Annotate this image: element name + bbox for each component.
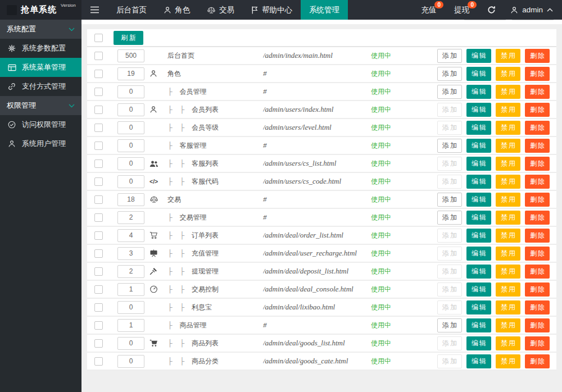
edit-button[interactable]: 编辑 xyxy=(466,103,491,117)
row-checkbox[interactable] xyxy=(94,339,103,348)
sort-input[interactable] xyxy=(117,301,144,314)
disable-button[interactable]: 禁用 xyxy=(496,211,520,225)
sort-input[interactable] xyxy=(117,157,144,170)
sort-input[interactable] xyxy=(117,49,144,62)
disable-button[interactable]: 禁用 xyxy=(496,354,520,368)
add-button[interactable]: 添加 xyxy=(437,211,462,225)
disable-button[interactable]: 禁用 xyxy=(496,282,520,297)
row-checkbox[interactable] xyxy=(94,177,103,186)
row-checkbox[interactable] xyxy=(94,267,103,276)
sort-input[interactable] xyxy=(117,67,144,80)
sort-input[interactable] xyxy=(117,193,144,206)
edit-button[interactable]: 编辑 xyxy=(466,211,491,225)
sort-input[interactable] xyxy=(117,337,144,350)
edit-button[interactable]: 编辑 xyxy=(466,85,491,99)
sidebar-item-2-1[interactable]: 访问权限管理 xyxy=(0,115,81,134)
sort-input[interactable] xyxy=(117,229,144,242)
row-checkbox[interactable] xyxy=(94,70,103,78)
add-button[interactable]: 添加 xyxy=(437,318,462,332)
disable-button[interactable]: 禁用 xyxy=(496,193,520,207)
edit-button[interactable]: 编辑 xyxy=(466,265,491,279)
top-menu-item-5[interactable]: 系统管理 xyxy=(301,0,348,20)
delete-button[interactable]: 删除 xyxy=(525,193,550,207)
delete-button[interactable]: 删除 xyxy=(525,211,550,225)
row-checkbox[interactable] xyxy=(94,88,103,96)
disable-button[interactable]: 禁用 xyxy=(496,318,520,332)
sidebar-item-1-2[interactable]: 系统菜单管理 xyxy=(0,58,81,77)
add-button[interactable]: 添加 xyxy=(437,139,462,153)
disable-button[interactable]: 禁用 xyxy=(496,67,520,81)
delete-button[interactable]: 删除 xyxy=(525,247,550,261)
delete-button[interactable]: 删除 xyxy=(525,85,550,99)
disable-button[interactable]: 禁用 xyxy=(496,247,520,261)
refresh-button[interactable]: 刷新 xyxy=(114,31,143,45)
disable-button[interactable]: 禁用 xyxy=(496,265,520,279)
top-menu-item-2[interactable]: 角色 xyxy=(155,0,198,20)
row-checkbox[interactable] xyxy=(94,303,103,312)
row-checkbox[interactable] xyxy=(94,159,103,168)
top-menu-item-3[interactable]: 交易 xyxy=(198,0,243,20)
edit-button[interactable]: 编辑 xyxy=(466,300,491,314)
sort-input[interactable] xyxy=(117,283,144,296)
edit-button[interactable]: 编辑 xyxy=(466,318,491,332)
edit-button[interactable]: 编辑 xyxy=(466,282,491,297)
top-menu-item-1[interactable]: 后台首页 xyxy=(108,0,155,20)
edit-button[interactable]: 编辑 xyxy=(466,336,491,350)
disable-button[interactable]: 禁用 xyxy=(496,157,520,171)
delete-button[interactable]: 删除 xyxy=(525,300,550,314)
delete-button[interactable]: 删除 xyxy=(525,121,550,135)
edit-button[interactable]: 编辑 xyxy=(466,175,491,189)
delete-button[interactable]: 删除 xyxy=(525,318,550,332)
sort-input[interactable] xyxy=(117,355,144,368)
disable-button[interactable]: 禁用 xyxy=(496,139,520,153)
delete-button[interactable]: 删除 xyxy=(525,229,550,243)
sort-input[interactable] xyxy=(117,103,144,116)
select-all-checkbox[interactable] xyxy=(94,34,103,42)
top-menu-item-4[interactable]: 帮助中心 xyxy=(243,0,301,20)
delete-button[interactable]: 删除 xyxy=(525,139,550,153)
disable-button[interactable]: 禁用 xyxy=(496,85,520,99)
disable-button[interactable]: 禁用 xyxy=(496,229,520,243)
edit-button[interactable]: 编辑 xyxy=(466,247,491,261)
delete-button[interactable]: 删除 xyxy=(525,265,550,279)
row-checkbox[interactable] xyxy=(94,52,103,60)
row-checkbox[interactable] xyxy=(94,285,103,294)
withdraw-button[interactable]: 提现0 xyxy=(445,0,478,20)
disable-button[interactable]: 禁用 xyxy=(496,121,520,135)
edit-button[interactable]: 编辑 xyxy=(466,229,491,243)
delete-button[interactable]: 删除 xyxy=(525,157,550,171)
refresh-page-button[interactable] xyxy=(478,0,505,20)
sidebar-item-2-2[interactable]: 系统用户管理 xyxy=(0,134,81,153)
row-checkbox[interactable] xyxy=(94,195,103,204)
sidebar-item-1-3[interactable]: 支付方式管理 xyxy=(0,77,81,96)
row-checkbox[interactable] xyxy=(94,321,103,330)
add-button[interactable]: 添加 xyxy=(437,193,462,207)
row-checkbox[interactable] xyxy=(94,106,103,114)
sidebar-item-1-1[interactable]: 系统参数配置 xyxy=(0,39,81,58)
edit-button[interactable]: 编辑 xyxy=(466,157,491,171)
disable-button[interactable]: 禁用 xyxy=(496,300,520,314)
delete-button[interactable]: 删除 xyxy=(525,175,550,189)
sort-input[interactable] xyxy=(117,139,144,152)
sort-input[interactable] xyxy=(117,265,144,278)
delete-button[interactable]: 删除 xyxy=(525,354,550,368)
sort-input[interactable] xyxy=(117,319,144,332)
edit-button[interactable]: 编辑 xyxy=(466,354,491,368)
delete-button[interactable]: 删除 xyxy=(525,67,550,81)
sidebar-group-2[interactable]: 权限管理 xyxy=(0,96,81,115)
disable-button[interactable]: 禁用 xyxy=(496,336,520,350)
add-button[interactable]: 添加 xyxy=(437,49,462,63)
disable-button[interactable]: 禁用 xyxy=(496,175,520,189)
recharge-button[interactable]: 充值0 xyxy=(412,0,445,20)
edit-button[interactable]: 编辑 xyxy=(466,49,491,63)
user-menu[interactable]: admin xyxy=(505,0,562,20)
delete-button[interactable]: 删除 xyxy=(525,49,550,63)
sidebar-toggle-button[interactable] xyxy=(81,0,108,20)
edit-button[interactable]: 编辑 xyxy=(466,139,491,153)
sidebar-group-1[interactable]: 系统配置 xyxy=(0,20,81,39)
sort-input[interactable] xyxy=(117,211,144,224)
sort-input[interactable] xyxy=(117,175,144,188)
row-checkbox[interactable] xyxy=(94,231,103,240)
delete-button[interactable]: 删除 xyxy=(525,282,550,297)
disable-button[interactable]: 禁用 xyxy=(496,103,520,117)
